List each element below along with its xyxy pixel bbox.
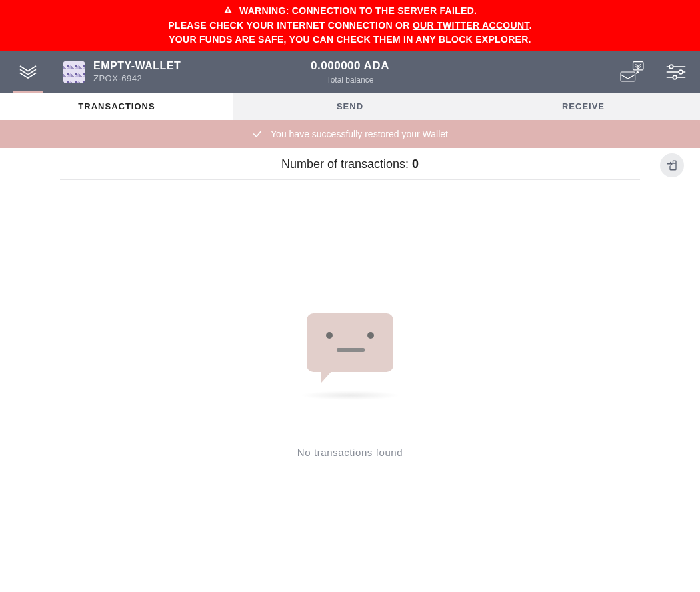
balance-block: 0.000000 ADA Total balance: [311, 59, 389, 85]
svg-rect-0: [227, 8, 228, 11]
settings-button[interactable]: [665, 63, 687, 81]
svg-rect-1: [227, 11, 228, 12]
warning-line-3: YOUR FUNDS ARE SAFE, YOU CAN CHECK THEM …: [13, 33, 687, 47]
tab-receive[interactable]: RECEIVE: [467, 93, 700, 120]
balance-label: Total balance: [311, 75, 389, 85]
warning-triangle-icon: [223, 5, 233, 19]
twitter-account-link[interactable]: OUR TWITTER ACCOUNT: [413, 20, 529, 31]
connection-warning-banner: WARNING: CONNECTION TO THE SERVER FAILED…: [0, 0, 700, 51]
restore-success-text: You have successfully restored your Wall…: [271, 129, 448, 139]
tab-send[interactable]: SEND: [233, 93, 467, 120]
balance-amount: 0.000000 ADA: [311, 59, 389, 73]
divider: [60, 179, 640, 180]
wallet-identicon: [63, 61, 85, 83]
check-icon: [252, 129, 263, 139]
empty-state: No transactions found: [0, 313, 700, 458]
transaction-count-value: 0: [412, 157, 419, 171]
warning-line-2-suffix: .: [529, 20, 532, 31]
tab-transactions[interactable]: TRANSACTIONS: [0, 93, 233, 120]
transaction-count-row: Number of transactions: 0: [0, 148, 700, 179]
empty-state-illustration: [307, 313, 393, 372]
empty-state-text: No transactions found: [297, 447, 403, 458]
settings-icon: [665, 63, 687, 81]
wallet-labels: EMPTY-WALLET ZPOX-6942: [93, 60, 181, 83]
transaction-count-label: Number of transactions:: [281, 157, 412, 171]
yoroi-logo-icon: [18, 62, 38, 82]
app-logo-button[interactable]: [13, 57, 43, 87]
wallet-name: EMPTY-WALLET: [93, 60, 181, 72]
svg-point-7: [679, 70, 683, 74]
transaction-count-text: Number of transactions: 0: [281, 157, 419, 171]
wallet-tabs: TRANSACTIONS SEND RECEIVE: [0, 93, 700, 120]
delegation-button[interactable]: [619, 59, 645, 85]
svg-point-9: [673, 75, 677, 79]
svg-point-5: [669, 65, 673, 69]
warning-line-2-prefix: PLEASE CHECK YOUR INTERNET CONNECTION OR: [168, 20, 413, 31]
warning-line-1: WARNING: CONNECTION TO THE SERVER FAILED…: [239, 5, 477, 16]
svg-rect-3: [621, 72, 635, 81]
wallet-plate-id: ZPOX-6942: [93, 73, 181, 83]
delegation-icon: [619, 59, 645, 85]
top-bar: EMPTY-WALLET ZPOX-6942 0.000000 ADA Tota…: [0, 51, 700, 93]
export-transactions-button[interactable]: [660, 153, 684, 177]
empty-state-shadow: [300, 391, 400, 400]
export-file-icon: [666, 159, 678, 171]
restore-success-notice: You have successfully restored your Wall…: [0, 120, 700, 148]
